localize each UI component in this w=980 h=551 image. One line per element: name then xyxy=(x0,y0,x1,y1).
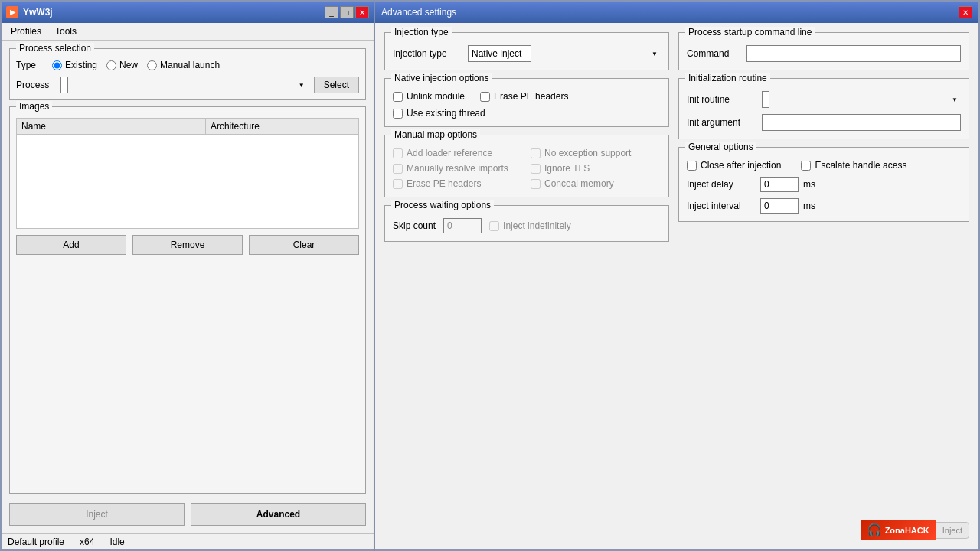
add-button[interactable]: Add xyxy=(16,235,126,255)
inject-indefinitely-check[interactable]: Inject indefinitely xyxy=(489,220,571,231)
remove-button[interactable]: Remove xyxy=(132,235,243,255)
unlink-module-check[interactable]: Unlink module xyxy=(393,91,465,102)
manually-resolve-check[interactable]: Manually resolve imports xyxy=(393,163,523,174)
advanced-title-bar: Advanced settings ✕ xyxy=(375,2,978,23)
close-after-input[interactable] xyxy=(687,161,697,171)
app-title: YwW3j xyxy=(23,7,53,18)
add-loader-label: Add loader reference xyxy=(407,148,492,158)
select-button[interactable]: Select xyxy=(314,77,359,93)
manually-resolve-input[interactable] xyxy=(393,164,403,174)
skip-count-input[interactable] xyxy=(443,218,482,233)
inject-indefinitely-input[interactable] xyxy=(489,221,499,231)
close-after-label: Close after injection xyxy=(701,160,781,171)
injection-type-dropdown[interactable]: Native inject Manual map Thread hijack xyxy=(468,45,531,62)
status-arch: x64 xyxy=(80,536,94,547)
advanced-close-button[interactable]: ✕ xyxy=(959,6,972,18)
general-opts: Close after injection Escalate handle ac… xyxy=(687,160,961,214)
images-buttons: Add Remove Clear xyxy=(16,235,359,255)
native-injection-group: Native injection options Unlink module E… xyxy=(384,78,669,127)
close-after-check[interactable]: Close after injection xyxy=(687,160,781,171)
erase-pe-map-input[interactable] xyxy=(393,179,403,189)
type-label: Type xyxy=(16,60,43,70)
clear-button[interactable]: Clear xyxy=(249,235,359,255)
radio-existing[interactable]: Existing xyxy=(52,60,97,70)
process-startup-group: Process startup command line Command xyxy=(678,32,969,70)
dropdown-arrow-icon: ▼ xyxy=(299,82,305,89)
process-waiting-label: Process waiting options xyxy=(391,200,494,210)
escalate-handle-label: Escalate handle acess xyxy=(815,160,906,171)
inject-interval-input[interactable] xyxy=(760,198,799,214)
radio-existing-input[interactable] xyxy=(52,60,62,70)
add-loader-input[interactable] xyxy=(393,148,403,158)
maximize-button[interactable]: □ xyxy=(340,6,354,18)
skip-count-label: Skip count xyxy=(393,220,436,231)
init-routine-dropdown[interactable] xyxy=(762,91,769,108)
profiles-menu[interactable]: Profiles xyxy=(5,24,47,38)
native-row-2: Use existing thread xyxy=(393,108,661,119)
conceal-memory-label: Conceal memory xyxy=(544,178,614,189)
manual-grid: Add loader reference No exception suppor… xyxy=(393,148,661,189)
col-name: Name xyxy=(17,119,206,134)
erase-pe-input[interactable] xyxy=(480,92,490,102)
ignore-tls-check[interactable]: Ignore TLS xyxy=(531,163,661,174)
inject-delay-unit: ms xyxy=(803,179,815,190)
command-label: Command xyxy=(687,48,740,59)
images-label: Images xyxy=(16,101,52,112)
process-label: Process xyxy=(16,80,54,90)
command-input[interactable] xyxy=(746,45,961,62)
init-routine-group-label: Initialization routine xyxy=(685,73,770,83)
inject-delay-input[interactable] xyxy=(760,177,799,192)
erase-pe-check[interactable]: Erase PE headers xyxy=(480,91,568,102)
right-content: Injection type Injection type Native inj… xyxy=(375,23,978,549)
inj-type-label: Injection type xyxy=(393,48,462,59)
no-exception-input[interactable] xyxy=(531,148,541,158)
status-state: Idle xyxy=(109,536,124,547)
unlink-module-input[interactable] xyxy=(393,92,403,102)
logo-text: ZonaHACK xyxy=(885,526,929,535)
tools-menu[interactable]: Tools xyxy=(49,24,83,38)
radio-group: Existing New Manual launch xyxy=(52,60,220,70)
escalate-handle-check[interactable]: Escalate handle acess xyxy=(801,160,906,171)
conceal-memory-input[interactable] xyxy=(531,179,541,189)
escalate-handle-input[interactable] xyxy=(801,161,811,171)
minimize-button[interactable]: _ xyxy=(325,6,338,18)
add-loader-check[interactable]: Add loader reference xyxy=(393,148,523,158)
ignore-tls-label: Ignore TLS xyxy=(544,163,590,174)
process-row: Process ▼ Select xyxy=(16,77,359,93)
title-bar: ▶ YwW3j _ □ ✕ xyxy=(2,2,374,23)
process-selection-group: Process selection Type Existing New Manu… xyxy=(9,48,366,100)
no-exception-label: No exception support xyxy=(544,148,631,158)
bottom-buttons: Inject Advanced xyxy=(9,503,366,526)
right-right-col: Process startup command line Command Ini… xyxy=(678,32,969,540)
inject-interval-unit: ms xyxy=(803,201,815,211)
radio-manual[interactable]: Manual launch xyxy=(147,60,220,70)
init-argument-input[interactable] xyxy=(762,114,961,131)
native-row-1: Unlink module Erase PE headers xyxy=(393,91,661,102)
cmd-row: Command xyxy=(687,45,961,62)
radio-new[interactable]: New xyxy=(106,60,138,70)
watermark: 🎧 ZonaHACK Inject xyxy=(861,520,969,540)
manual-map-group: Manual map options Add loader reference … xyxy=(384,135,669,197)
use-existing-check[interactable]: Use existing thread xyxy=(393,108,485,119)
init-arg-row: Init argument xyxy=(687,114,961,131)
col-arch: Architecture xyxy=(206,119,358,134)
use-existing-input[interactable] xyxy=(393,109,403,119)
inject-button[interactable]: Inject xyxy=(9,503,185,526)
process-dropdown[interactable] xyxy=(60,77,68,93)
erase-pe-label: Erase PE headers xyxy=(494,91,568,102)
general-options-group: General options Close after injection Es… xyxy=(678,147,969,222)
process-dropdown-wrapper: ▼ xyxy=(60,77,308,93)
init-routine-label: Init routine xyxy=(687,94,756,105)
ignore-tls-input[interactable] xyxy=(531,164,541,174)
advanced-button[interactable]: Advanced xyxy=(191,503,366,526)
type-row: Type Existing New Manual launch xyxy=(16,60,359,70)
conceal-memory-check[interactable]: Conceal memory xyxy=(531,178,661,189)
right-left-col: Injection type Injection type Native inj… xyxy=(384,32,669,540)
erase-pe-map-check[interactable]: Erase PE headers xyxy=(393,178,523,189)
radio-new-input[interactable] xyxy=(106,60,116,70)
inject-delay-label: Inject delay xyxy=(687,179,756,190)
no-exception-check[interactable]: No exception support xyxy=(531,148,661,158)
close-button[interactable]: ✕ xyxy=(355,6,369,18)
inject-indefinitely-label: Inject indefinitely xyxy=(503,220,571,231)
radio-manual-input[interactable] xyxy=(147,60,157,70)
